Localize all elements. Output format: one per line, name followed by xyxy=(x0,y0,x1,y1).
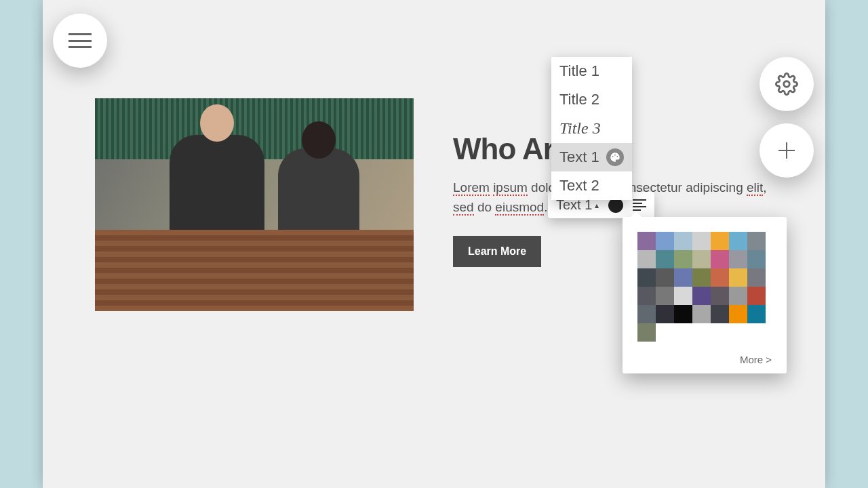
svg-point-5 xyxy=(616,156,618,157)
style-option-title1[interactable]: Title 1 xyxy=(551,57,632,85)
svg-point-0 xyxy=(784,81,790,87)
color-swatch[interactable] xyxy=(656,268,674,287)
add-button[interactable] xyxy=(760,123,814,178)
color-swatch[interactable] xyxy=(674,287,692,305)
color-swatch[interactable] xyxy=(674,268,692,287)
color-swatch[interactable] xyxy=(637,250,656,268)
caret-up-icon: ▴ xyxy=(595,201,599,210)
color-swatch[interactable] xyxy=(747,232,766,250)
learn-more-button[interactable]: Learn More xyxy=(453,236,541,267)
style-option-title3[interactable]: Title 3 xyxy=(551,114,632,143)
color-swatch[interactable] xyxy=(674,250,692,268)
color-picker-popover: More > xyxy=(623,217,787,373)
color-more-link[interactable]: More > xyxy=(637,354,774,365)
color-swatch[interactable] xyxy=(711,305,729,323)
svg-point-3 xyxy=(612,156,614,157)
color-swatch[interactable] xyxy=(711,268,729,287)
toolbar-align-button[interactable] xyxy=(633,199,646,211)
color-swatch[interactable] xyxy=(692,305,711,323)
color-swatch[interactable] xyxy=(637,323,656,342)
color-swatch[interactable] xyxy=(637,232,656,250)
color-swatch[interactable] xyxy=(729,268,747,287)
menu-button[interactable] xyxy=(53,14,107,68)
color-swatch[interactable] xyxy=(674,305,692,323)
color-swatch[interactable] xyxy=(692,232,711,250)
color-swatch[interactable] xyxy=(747,305,766,323)
style-option-title2[interactable]: Title 2 xyxy=(551,85,632,114)
gear-icon xyxy=(775,73,798,96)
color-swatch[interactable] xyxy=(656,232,674,250)
plus-icon xyxy=(776,140,797,161)
color-swatch[interactable] xyxy=(692,268,711,287)
color-swatch[interactable] xyxy=(747,250,766,268)
color-swatch[interactable] xyxy=(729,250,747,268)
color-swatch[interactable] xyxy=(656,250,674,268)
color-swatch[interactable] xyxy=(637,287,656,305)
hero-image[interactable] xyxy=(95,98,414,311)
settings-button[interactable] xyxy=(760,57,814,111)
color-swatch[interactable] xyxy=(729,232,747,250)
color-swatch[interactable] xyxy=(729,287,747,305)
text-style-dropdown[interactable]: Title 1 Title 2 Title 3 Text 1 Text 2 xyxy=(551,57,632,200)
hamburger-icon xyxy=(68,33,92,48)
color-swatches xyxy=(637,232,766,342)
color-swatch[interactable] xyxy=(729,305,747,323)
style-option-text2[interactable]: Text 2 xyxy=(551,171,632,200)
color-swatch[interactable] xyxy=(674,232,692,250)
palette-icon[interactable] xyxy=(606,148,624,166)
style-option-text1[interactable]: Text 1 xyxy=(551,143,632,171)
style-option-label: Text 1 xyxy=(559,148,599,166)
color-swatch[interactable] xyxy=(656,305,674,323)
color-swatch[interactable] xyxy=(637,268,656,287)
color-swatch[interactable] xyxy=(747,268,766,287)
color-swatch[interactable] xyxy=(747,287,766,305)
color-swatch[interactable] xyxy=(692,250,711,268)
color-swatch[interactable] xyxy=(656,287,674,305)
color-swatch[interactable] xyxy=(711,287,729,305)
color-swatch[interactable] xyxy=(711,232,729,250)
color-swatch[interactable] xyxy=(692,287,711,305)
color-swatch[interactable] xyxy=(711,250,729,268)
svg-point-4 xyxy=(614,155,616,156)
color-swatch[interactable] xyxy=(637,305,656,323)
